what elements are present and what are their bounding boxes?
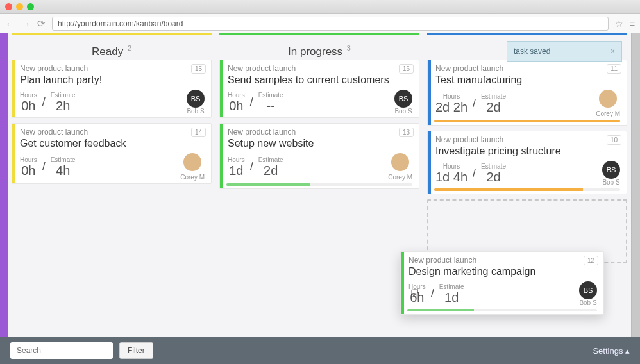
- separator: /: [42, 95, 46, 109]
- estimate-label: Estimate: [258, 92, 283, 99]
- app-footer: Filter Settings ▴: [0, 337, 640, 364]
- progress-bar: [434, 120, 620, 122]
- assignee-name: Bob S: [394, 108, 412, 115]
- column-header[interactable]: In progress 3: [219, 39, 419, 60]
- estimate-value: 2d: [481, 100, 506, 115]
- avatar[interactable]: [183, 153, 201, 171]
- separator: /: [250, 95, 253, 109]
- hours-label: Hours: [435, 163, 467, 170]
- card-number: 16: [399, 64, 414, 74]
- card-number: 13: [399, 128, 414, 137]
- reload-button[interactable]: ⟳: [37, 18, 46, 29]
- card-number: 14: [191, 128, 206, 137]
- avatar[interactable]: BS: [579, 281, 597, 299]
- task-card[interactable]: 14 New product launch Get customer feedb…: [12, 123, 212, 184]
- task-card[interactable]: 16 New product launch Send samples to cu…: [219, 60, 419, 118]
- column-in-progress: In progress 3 16 New product launch Send…: [215, 33, 423, 337]
- estimate-label: Estimate: [481, 163, 506, 170]
- hours-label: Hours: [435, 93, 467, 100]
- progress-bar: [407, 309, 597, 311]
- assignee-name: Corey M: [596, 110, 620, 117]
- estimate-label: Estimate: [481, 93, 506, 100]
- estimate-value: 2h: [51, 99, 76, 113]
- hours-value: 0h: [228, 99, 245, 113]
- project-label: New product launch: [20, 64, 205, 73]
- minimize-window-icon[interactable]: [16, 3, 23, 10]
- task-card[interactable]: 13 New product launch Setup new website …: [219, 123, 419, 189]
- estimate-value: 2d: [481, 170, 506, 185]
- forward-button[interactable]: →: [21, 18, 31, 29]
- right-drawer-handle[interactable]: [631, 33, 640, 337]
- progress-bar: [434, 188, 620, 191]
- left-drawer-handle[interactable]: [0, 33, 8, 337]
- separator: /: [431, 287, 434, 301]
- card-color-stripe: [12, 60, 15, 117]
- task-card[interactable]: 10 New product launch Investigate pricin…: [427, 131, 627, 194]
- task-card[interactable]: 15 New product launch Plan launch party!…: [12, 60, 212, 118]
- task-title: Test manufacturing: [435, 74, 620, 86]
- filter-button[interactable]: Filter: [119, 342, 153, 359]
- project-label: New product launch: [435, 64, 620, 73]
- column-color-bar: [12, 33, 212, 35]
- column-ready: Ready 2 15 New product launch Plan launc…: [8, 33, 215, 337]
- estimate-value: --: [258, 99, 283, 113]
- task-card[interactable]: 11 New product launch Test manufacturing…: [427, 60, 627, 126]
- column-title: In progress: [288, 46, 342, 58]
- card-color-stripe: [220, 60, 223, 117]
- card-color-stripe: [12, 124, 15, 183]
- estimate-label: Estimate: [439, 283, 464, 290]
- avatar[interactable]: BS: [602, 161, 620, 179]
- assignee-name: Bob S: [187, 108, 205, 115]
- column-count: 2: [128, 44, 131, 52]
- task-title: Get customer feedback: [20, 138, 205, 149]
- bookmark-icon[interactable]: ☆: [615, 19, 623, 29]
- hours-value: 0h: [20, 163, 37, 178]
- avatar[interactable]: BS: [394, 90, 412, 108]
- cursor-icon: ☟: [410, 286, 419, 303]
- card-number: 15: [191, 64, 206, 74]
- hamburger-icon[interactable]: ≡: [630, 19, 635, 29]
- card-color-stripe: [220, 124, 223, 188]
- assignee-name: Bob S: [602, 179, 620, 186]
- estimate-label: Estimate: [258, 156, 283, 163]
- task-card-dragging[interactable]: 12 New product launch Design marketing c…: [400, 251, 604, 315]
- task-title: Send samples to current customers: [228, 74, 412, 86]
- project-label: New product launch: [408, 256, 597, 265]
- task-title: Plan launch party!: [20, 74, 205, 86]
- close-window-icon[interactable]: [5, 3, 12, 10]
- avatar[interactable]: BS: [187, 90, 205, 108]
- hours-value: 1d: [228, 163, 245, 178]
- project-label: New product launch: [228, 128, 412, 136]
- separator: /: [473, 167, 476, 180]
- window-controls: [0, 0, 640, 14]
- maximize-window-icon[interactable]: [27, 3, 34, 10]
- toast-text: task saved: [514, 47, 550, 56]
- assignee-name: Corey M: [180, 174, 205, 181]
- hours-value: 1d 4h: [435, 170, 467, 185]
- hours-value: 0h: [20, 99, 37, 113]
- project-label: New product launch: [20, 128, 205, 136]
- card-number: 12: [584, 256, 598, 265]
- search-input[interactable]: [10, 342, 113, 359]
- estimate-label: Estimate: [51, 156, 76, 163]
- column-header[interactable]: Ready 2: [12, 39, 212, 60]
- estimate-value: 2d: [258, 163, 283, 178]
- kanban-app: Ready 2 15 New product launch Plan launc…: [0, 33, 640, 337]
- separator: /: [473, 97, 476, 110]
- task-title: Investigate pricing structure: [435, 145, 620, 157]
- hours-label: Hours: [20, 156, 37, 163]
- estimate-label: Estimate: [51, 92, 76, 99]
- avatar[interactable]: [391, 153, 409, 171]
- close-icon[interactable]: ×: [611, 47, 615, 56]
- column-title: Ready: [92, 46, 123, 58]
- task-title: Design marketing campaign: [408, 266, 597, 277]
- hours-value: 2d 2h: [435, 100, 467, 115]
- progress-bar: [226, 183, 412, 186]
- card-color-stripe: [428, 60, 431, 125]
- project-label: New product launch: [435, 135, 620, 144]
- avatar[interactable]: [599, 90, 617, 108]
- settings-button[interactable]: Settings ▴: [593, 346, 630, 356]
- back-button[interactable]: ←: [5, 18, 15, 29]
- estimate-value: 1d: [439, 290, 464, 305]
- url-input[interactable]: [52, 17, 609, 31]
